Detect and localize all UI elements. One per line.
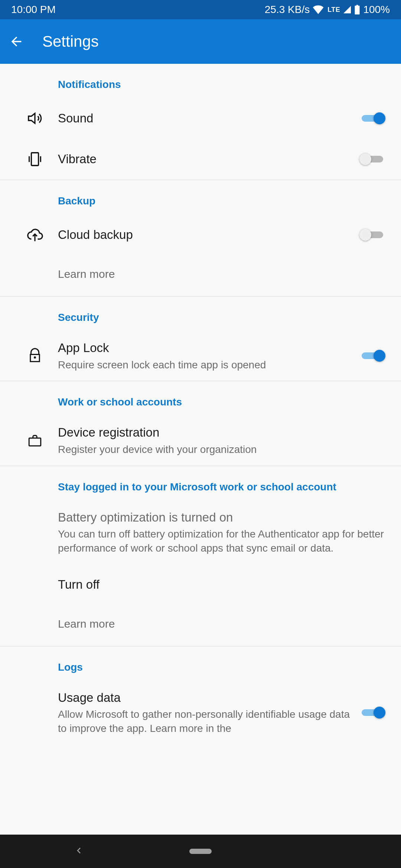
backup-learn-more-label: Learn more bbox=[58, 267, 115, 282]
settings-content: Notifications Sound Vibrate Backup Cloud… bbox=[0, 64, 401, 835]
nav-home-pill[interactable] bbox=[189, 849, 212, 854]
row-usage-label: Usage data bbox=[58, 690, 351, 706]
row-stay-learn-more[interactable]: Learn more bbox=[0, 605, 401, 646]
row-app-lock-sub: Require screen lock each time app is ope… bbox=[58, 358, 351, 372]
speaker-icon bbox=[26, 110, 43, 127]
page-title: Settings bbox=[42, 33, 99, 50]
toggle-usage-data[interactable] bbox=[359, 705, 385, 720]
row-sound-label: Sound bbox=[58, 110, 351, 127]
row-vibrate[interactable]: Vibrate bbox=[0, 139, 401, 180]
row-backup-learn-more[interactable]: Learn more bbox=[0, 255, 401, 296]
wifi-icon bbox=[313, 5, 324, 14]
status-net-speed: 25.3 KB/s bbox=[265, 4, 310, 16]
system-nav-bar bbox=[0, 835, 401, 868]
lock-icon bbox=[27, 348, 43, 364]
cloud-upload-icon bbox=[26, 226, 43, 243]
vibrate-icon bbox=[26, 151, 43, 168]
row-device-registration-sub: Register your device with your organizat… bbox=[58, 443, 385, 457]
row-vibrate-label: Vibrate bbox=[58, 151, 351, 168]
row-usage-sub: Allow Microsoft to gather non-personally… bbox=[58, 707, 351, 736]
row-device-registration-label: Device registration bbox=[58, 424, 385, 441]
toggle-sound[interactable] bbox=[359, 111, 385, 126]
section-header-security: Security bbox=[0, 297, 401, 331]
signal-icon bbox=[342, 5, 352, 14]
toggle-app-lock[interactable] bbox=[359, 348, 385, 363]
section-header-backup: Backup bbox=[0, 180, 401, 214]
row-device-registration[interactable]: Device registration Register your device… bbox=[0, 415, 401, 465]
row-battery-optimization[interactable]: Battery optimization is turned on You ca… bbox=[0, 500, 401, 564]
row-turn-off[interactable]: Turn off bbox=[0, 564, 401, 605]
battery-icon bbox=[354, 5, 360, 14]
turn-off-label: Turn off bbox=[58, 576, 385, 593]
row-app-lock[interactable]: App Lock Require screen lock each time a… bbox=[0, 331, 401, 381]
arrow-left-icon bbox=[9, 34, 24, 49]
status-time: 10:00 PM bbox=[11, 4, 56, 16]
toggle-vibrate[interactable] bbox=[359, 152, 385, 167]
status-bar: 10:00 PM 25.3 KB/s LTE 100% bbox=[0, 0, 401, 19]
status-icons: LTE bbox=[313, 5, 360, 14]
stay-learn-more-label: Learn more bbox=[58, 617, 115, 632]
status-battery-pct: 100% bbox=[363, 4, 390, 16]
row-app-lock-label: App Lock bbox=[58, 340, 351, 356]
row-battery-label: Battery optimization is turned on bbox=[58, 509, 385, 526]
section-header-stay: Stay logged in to your Microsoft work or… bbox=[0, 466, 401, 500]
briefcase-icon bbox=[27, 433, 43, 448]
row-cloud-backup-label: Cloud backup bbox=[58, 227, 351, 243]
lte-label: LTE bbox=[327, 6, 340, 14]
back-button[interactable] bbox=[9, 34, 42, 49]
status-right: 25.3 KB/s LTE 100% bbox=[265, 4, 390, 16]
row-usage-data[interactable]: Usage data Allow Microsoft to gather non… bbox=[0, 681, 401, 736]
section-header-work: Work or school accounts bbox=[0, 381, 401, 415]
section-header-logs: Logs bbox=[0, 647, 401, 681]
nav-back-icon[interactable] bbox=[75, 845, 84, 858]
toggle-cloud-backup[interactable] bbox=[359, 227, 385, 242]
row-battery-sub: You can turn off battery optimization fo… bbox=[58, 527, 385, 555]
section-header-notifications: Notifications bbox=[0, 64, 401, 98]
app-bar: Settings bbox=[0, 19, 401, 64]
row-cloud-backup[interactable]: Cloud backup bbox=[0, 214, 401, 255]
row-sound[interactable]: Sound bbox=[0, 98, 401, 139]
